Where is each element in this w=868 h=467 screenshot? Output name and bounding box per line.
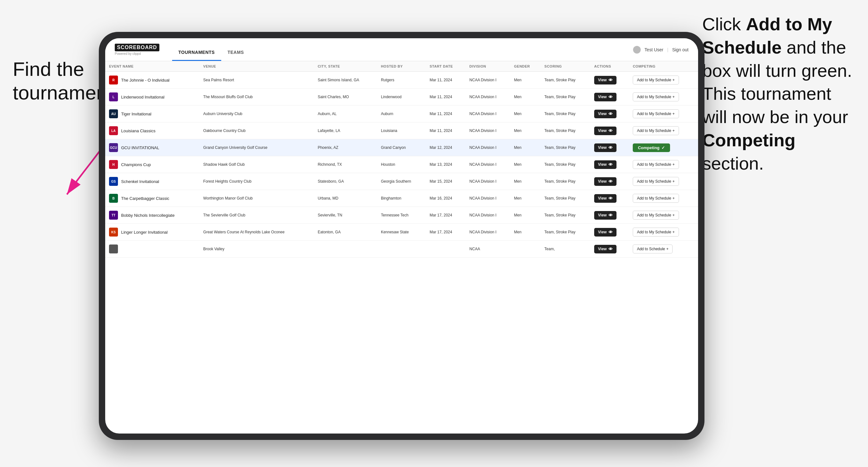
city-state-cell: Phoenix, AZ xyxy=(314,139,377,156)
view-label: View xyxy=(598,162,607,167)
start-date-cell: Mar 17, 2024 xyxy=(426,207,466,224)
start-date-cell: Mar 16, 2024 xyxy=(426,190,466,207)
gender-cell: Men xyxy=(510,190,540,207)
competing-cell: Add to My Schedule + xyxy=(629,72,698,89)
col-venue: VENUE xyxy=(199,61,314,72)
nav-tab-teams[interactable]: TEAMS xyxy=(221,50,251,61)
view-button[interactable]: View 👁 xyxy=(594,76,617,85)
view-button[interactable]: View 👁 xyxy=(594,228,617,237)
add-label: Add to My Schedule xyxy=(637,196,671,200)
scoring-cell: Team, Stroke Play xyxy=(540,156,590,173)
add-to-schedule-button[interactable]: Add to My Schedule + xyxy=(633,110,679,118)
nav-tab-tournaments[interactable]: TOURNAMENTS xyxy=(172,50,221,61)
view-label: View xyxy=(598,230,607,234)
add-label: Add to My Schedule xyxy=(637,128,671,133)
venue-cell: Forest Heights Country Club xyxy=(199,173,314,190)
sign-out-link[interactable]: Sign out xyxy=(672,47,688,52)
add-to-schedule-button[interactable]: Add to Schedule + xyxy=(633,245,673,253)
event-name-text: Schenkel Invitational xyxy=(121,179,159,184)
event-name-text: Tiger Invitational xyxy=(121,112,151,116)
view-button[interactable]: View 👁 xyxy=(594,127,617,135)
hosted-by-cell: Georgia Southern xyxy=(377,173,426,190)
table-header-row: EVENT NAME VENUE CITY, STATE HOSTED BY S… xyxy=(105,61,698,72)
checkmark-icon: ✓ xyxy=(661,145,665,150)
division-cell: NCAA Division I xyxy=(466,105,510,122)
hosted-by-cell: Lindenwood xyxy=(377,89,426,105)
division-cell: NCAA Division I xyxy=(466,122,510,139)
view-button[interactable]: View 👁 xyxy=(594,110,617,118)
add-label: Add to My Schedule xyxy=(637,230,671,234)
eye-icon: 👁 xyxy=(609,162,613,167)
gender-cell: Men xyxy=(510,122,540,139)
view-button[interactable]: View 👁 xyxy=(594,160,617,169)
nav-tabs: TOURNAMENTS TEAMS xyxy=(172,38,251,61)
event-name-cell xyxy=(105,241,199,257)
col-scoring: SCORING xyxy=(540,61,590,72)
start-date-cell: Mar 11, 2024 xyxy=(426,105,466,122)
col-actions: ACTIONS xyxy=(590,61,629,72)
start-date-cell: Mar 13, 2024 xyxy=(426,156,466,173)
event-name-text: Louisiana Classics xyxy=(121,128,156,133)
eye-icon: 👁 xyxy=(609,128,613,133)
competing-button[interactable]: Competing ✓ xyxy=(633,144,670,152)
event-name-text: The Carpetbagger Classic xyxy=(121,196,169,201)
start-date-cell: Mar 11, 2024 xyxy=(426,122,466,139)
gender-cell: Men xyxy=(510,89,540,105)
view-button[interactable]: View 👁 xyxy=(594,144,617,152)
table-row: GS Schenkel Invitational Forest Heights … xyxy=(105,173,698,190)
division-cell: NCAA xyxy=(466,241,510,257)
plus-icon: + xyxy=(673,196,675,200)
competing-cell: Add to My Schedule + xyxy=(629,89,698,105)
view-button[interactable]: View 👁 xyxy=(594,211,617,220)
plus-icon: + xyxy=(673,128,675,133)
view-label: View xyxy=(598,196,607,200)
view-button[interactable]: View 👁 xyxy=(594,194,617,203)
add-to-schedule-button[interactable]: Add to My Schedule + xyxy=(633,75,679,85)
event-name-text: GCU INVITATIONAL xyxy=(121,145,159,150)
add-to-schedule-button[interactable]: Add to My Schedule + xyxy=(633,211,679,220)
competing-cell: Add to My Schedule + xyxy=(629,173,698,190)
competing-cell: Add to My Schedule + xyxy=(629,156,698,173)
logo-powered: Powered by clippd xyxy=(115,52,159,56)
event-name-text: The Johnnie - O Individual xyxy=(121,78,169,83)
division-cell: NCAA Division I xyxy=(466,72,510,89)
eye-icon: 👁 xyxy=(609,95,613,99)
gender-cell: Men xyxy=(510,173,540,190)
tablet-screen: SCOREBOARD Powered by clippd TOURNAMENTS… xyxy=(105,38,698,434)
table-row: TT Bobby Nichols Intercollegiate The Sev… xyxy=(105,207,698,224)
eye-icon: 👁 xyxy=(609,112,613,116)
table-row: H Champions Cup Shadow Hawk Golf ClubRic… xyxy=(105,156,698,173)
add-label: Add to My Schedule xyxy=(637,213,671,217)
division-cell: NCAA Division I xyxy=(466,139,510,156)
gender-cell: Men xyxy=(510,156,540,173)
venue-cell: Great Waters Course At Reynolds Lake Oco… xyxy=(199,224,314,241)
add-to-schedule-button[interactable]: Add to My Schedule + xyxy=(633,177,679,186)
competing-label: Competing xyxy=(638,145,659,150)
add-to-schedule-button[interactable]: Add to My Schedule + xyxy=(633,194,679,203)
table-row: GCU GCU INVITATIONAL Grand Canyon Univer… xyxy=(105,139,698,156)
team-logo: R xyxy=(109,75,118,85)
view-button[interactable]: View 👁 xyxy=(594,93,617,101)
team-logo: GCU xyxy=(109,143,118,152)
add-to-schedule-button[interactable]: Add to My Schedule + xyxy=(633,160,679,169)
start-date-cell: Mar 15, 2024 xyxy=(426,173,466,190)
add-to-schedule-button[interactable]: Add to My Schedule + xyxy=(633,227,679,237)
add-to-schedule-button[interactable]: Add to My Schedule + xyxy=(633,126,679,135)
view-label: View xyxy=(598,128,607,133)
city-state-cell xyxy=(314,241,377,257)
add-label: Add to My Schedule xyxy=(637,179,671,184)
hosted-by-cell: Grand Canyon xyxy=(377,139,426,156)
view-button[interactable]: View 👁 xyxy=(594,177,617,186)
actions-cell: View 👁 xyxy=(590,139,629,156)
add-label: Add to My Schedule xyxy=(637,112,671,116)
start-date-cell xyxy=(426,241,466,257)
division-cell: NCAA Division I xyxy=(466,224,510,241)
view-button[interactable]: View 👁 xyxy=(594,245,617,253)
venue-cell: Oakbourne Country Club xyxy=(199,122,314,139)
event-name-cell: GS Schenkel Invitational xyxy=(105,173,199,190)
team-logo: TT xyxy=(109,211,118,220)
team-logo: KS xyxy=(109,227,118,237)
actions-cell: View 👁 xyxy=(590,241,629,257)
eye-icon: 👁 xyxy=(609,78,613,83)
add-to-schedule-button[interactable]: Add to My Schedule + xyxy=(633,92,679,101)
